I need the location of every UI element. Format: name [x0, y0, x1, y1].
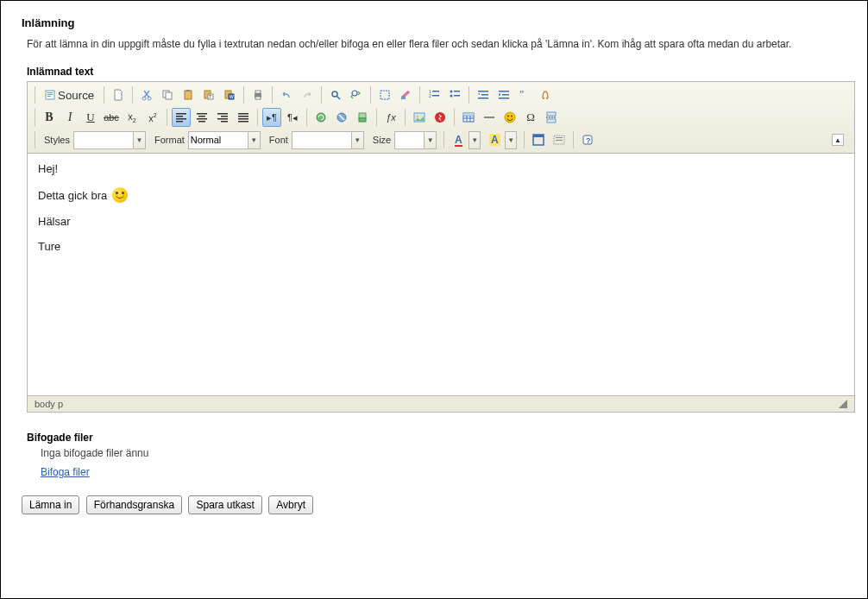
paste-icon[interactable]	[179, 85, 198, 104]
newpage-icon[interactable]	[109, 85, 128, 104]
svg-point-28	[450, 91, 453, 93]
size-label: Size	[373, 135, 391, 145]
anchor-icon[interactable]	[353, 108, 372, 127]
svg-rect-68	[463, 113, 474, 116]
svg-point-72	[511, 116, 513, 117]
svg-rect-80	[556, 140, 563, 141]
collapse-toolbar-icon[interactable]: ▲	[832, 134, 844, 146]
cancel-button[interactable]: Avbryt	[268, 495, 313, 514]
svg-rect-32	[478, 91, 488, 92]
bold-icon[interactable]: B	[40, 108, 59, 127]
svg-text:1: 1	[429, 89, 431, 94]
hr-icon[interactable]	[480, 108, 499, 127]
smiley-icon[interactable]	[500, 108, 519, 127]
svg-rect-60	[414, 113, 425, 122]
specialchar-icon[interactable]: Ω	[521, 108, 540, 127]
styles-label: Styles	[44, 135, 70, 145]
font-select[interactable]	[292, 131, 352, 149]
source-button[interactable]: Source	[39, 85, 100, 104]
outdent-icon[interactable]	[474, 85, 493, 104]
svg-rect-54	[238, 121, 248, 123]
attach-files-link[interactable]: Bifoga filer	[41, 466, 90, 478]
text-color-icon[interactable]: A	[449, 130, 468, 149]
text-color-dropdown-icon[interactable]: ▼	[469, 131, 481, 149]
elements-path[interactable]: body p	[35, 399, 63, 409]
strikethrough-icon[interactable]: abc	[102, 108, 121, 127]
svg-rect-13	[225, 91, 231, 98]
format-dropdown-icon[interactable]: ▼	[248, 131, 261, 149]
editor-paragraph: Hälsar	[38, 215, 844, 228]
replace-icon[interactable]	[347, 85, 366, 104]
underline-icon[interactable]: U	[81, 108, 100, 127]
bg-color-dropdown-icon[interactable]: ▼	[505, 131, 517, 149]
svg-point-61	[417, 116, 419, 118]
text-direction-rtl-icon[interactable]: ¶◂	[283, 108, 302, 127]
svg-text:”: ”	[519, 89, 524, 100]
svg-rect-59	[359, 118, 366, 122]
font-dropdown-icon[interactable]: ▼	[352, 131, 364, 149]
show-blocks-icon[interactable]	[550, 130, 569, 149]
superscript-icon[interactable]: x2	[143, 108, 162, 127]
bg-color-icon[interactable]: A	[485, 130, 504, 149]
editor-content-area[interactable]: Hej! Detta gick bra Hälsar Ture	[28, 154, 854, 395]
submission-panel: Inlämning För att lämna in din uppgift m…	[0, 0, 868, 599]
image-icon[interactable]	[410, 108, 429, 127]
indent-icon[interactable]	[494, 85, 513, 104]
svg-rect-3	[47, 96, 51, 97]
text-direction-icon[interactable]: ▸¶	[262, 108, 281, 127]
svg-rect-36	[502, 94, 509, 96]
numbered-list-icon[interactable]: 12	[425, 85, 443, 104]
table-icon[interactable]	[459, 108, 478, 127]
maximize-icon[interactable]	[529, 130, 548, 149]
align-justify-icon[interactable]	[234, 108, 253, 127]
submit-button[interactable]: Lämna in	[22, 495, 79, 514]
size-select[interactable]	[394, 131, 425, 149]
help-icon[interactable]: ?	[578, 130, 597, 149]
svg-rect-31	[454, 95, 460, 97]
cut-icon[interactable]	[137, 85, 156, 104]
svg-rect-17	[255, 91, 261, 93]
paste-text-icon[interactable]: T	[199, 85, 218, 104]
align-right-icon[interactable]	[213, 108, 232, 127]
paste-word-icon[interactable]: W	[220, 85, 239, 104]
styles-dropdown-icon[interactable]: ▼	[134, 131, 146, 149]
size-dropdown-icon[interactable]: ▼	[425, 131, 437, 149]
redo-icon[interactable]	[298, 85, 317, 104]
print-icon[interactable]	[248, 85, 267, 104]
italic-icon[interactable]: I	[60, 108, 79, 127]
resize-grip-icon[interactable]	[839, 400, 847, 408]
special-icon[interactable]	[536, 85, 555, 104]
bullet-list-icon[interactable]	[445, 85, 464, 104]
blockquote-icon[interactable]: ”	[515, 85, 534, 104]
svg-point-21	[352, 91, 357, 96]
svg-point-4	[142, 97, 146, 100]
svg-rect-52	[238, 116, 248, 117]
svg-rect-75	[547, 119, 556, 123]
format-select[interactable]	[188, 131, 248, 149]
svg-rect-23	[401, 97, 406, 99]
removeformat-icon[interactable]	[396, 85, 415, 104]
svg-rect-39	[176, 113, 186, 115]
preview-button[interactable]: Förhandsgranska	[86, 495, 182, 514]
undo-icon[interactable]	[277, 85, 296, 104]
pagebreak-icon[interactable]	[542, 108, 561, 127]
fx-icon[interactable]: ƒx	[381, 108, 400, 127]
svg-rect-16	[255, 93, 261, 98]
svg-point-71	[507, 116, 509, 117]
styles-select[interactable]	[73, 131, 134, 149]
svg-rect-51	[238, 113, 248, 115]
rich-text-editor: Source T W	[27, 81, 855, 413]
svg-rect-1	[47, 92, 53, 93]
link-icon[interactable]	[311, 108, 330, 127]
unlink-icon[interactable]	[332, 108, 351, 127]
align-center-icon[interactable]	[192, 108, 211, 127]
selectall-icon[interactable]	[375, 85, 394, 104]
copy-icon[interactable]	[158, 85, 177, 104]
find-icon[interactable]	[326, 85, 345, 104]
editor-paragraph: Hej!	[38, 162, 844, 175]
align-left-icon[interactable]	[172, 108, 191, 127]
flash-icon[interactable]	[431, 108, 450, 127]
save-draft-button[interactable]: Spara utkast	[188, 495, 261, 514]
svg-point-70	[505, 112, 515, 123]
subscript-icon[interactable]: x2	[123, 108, 142, 127]
